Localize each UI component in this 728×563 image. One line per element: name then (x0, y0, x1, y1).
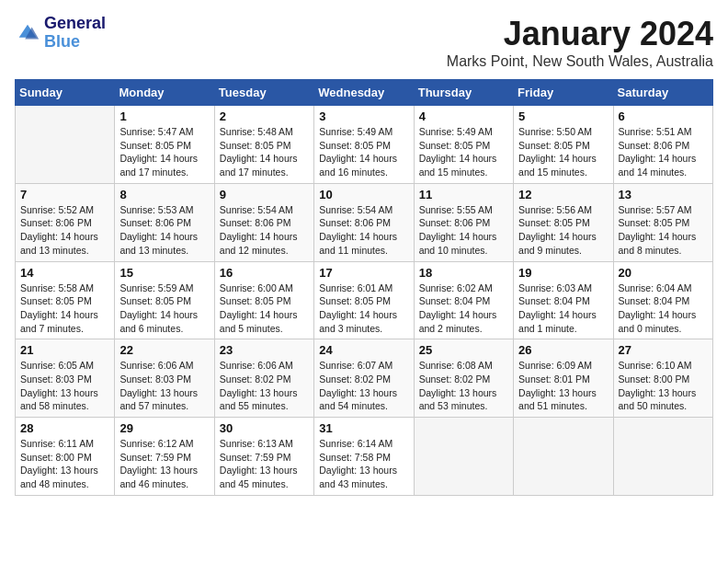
calendar-day-cell: 17Sunrise: 6:01 AM Sunset: 8:05 PM Dayli… (314, 261, 414, 339)
calendar-day-cell: 29Sunrise: 6:12 AM Sunset: 7:59 PM Dayli… (115, 418, 214, 496)
day-info: Sunrise: 5:55 AM Sunset: 8:06 PM Dayligh… (419, 203, 508, 258)
calendar-day-cell: 9Sunrise: 5:54 AM Sunset: 8:06 PM Daylig… (214, 183, 313, 261)
day-info: Sunrise: 6:00 AM Sunset: 8:05 PM Dayligh… (220, 282, 309, 336)
weekday-header-cell: Sunday (16, 80, 115, 106)
calendar-day-cell: 20Sunrise: 6:04 AM Sunset: 8:04 PM Dayli… (613, 261, 712, 339)
calendar-day-cell: 4Sunrise: 5:49 AM Sunset: 8:05 PM Daylig… (414, 106, 513, 184)
day-number: 24 (319, 343, 408, 357)
calendar-week-row: 21Sunrise: 6:05 AM Sunset: 8:03 PM Dayli… (16, 339, 713, 418)
weekday-header-cell: Saturday (613, 80, 712, 106)
day-info: Sunrise: 6:07 AM Sunset: 8:02 PM Dayligh… (319, 359, 408, 413)
calendar-table: SundayMondayTuesdayWednesdayThursdayFrid… (15, 79, 713, 496)
calendar-day-cell: 19Sunrise: 6:03 AM Sunset: 8:04 PM Dayli… (514, 261, 613, 339)
calendar-day-cell: 28Sunrise: 6:11 AM Sunset: 8:00 PM Dayli… (16, 418, 115, 496)
calendar-day-cell: 22Sunrise: 6:06 AM Sunset: 8:03 PM Dayli… (115, 339, 214, 418)
day-number: 8 (119, 188, 209, 201)
day-info: Sunrise: 6:10 AM Sunset: 8:00 PM Dayligh… (619, 359, 708, 413)
day-info: Sunrise: 5:50 AM Sunset: 8:05 PM Dayligh… (518, 125, 608, 179)
calendar-day-cell: 30Sunrise: 6:13 AM Sunset: 7:59 PM Dayli… (214, 418, 313, 496)
day-number: 27 (619, 343, 708, 357)
day-info: Sunrise: 5:56 AM Sunset: 8:05 PM Dayligh… (518, 203, 608, 258)
day-info: Sunrise: 6:02 AM Sunset: 8:04 PM Dayligh… (419, 282, 508, 336)
weekday-header-cell: Wednesday (314, 80, 414, 106)
day-info: Sunrise: 6:08 AM Sunset: 8:02 PM Dayligh… (419, 359, 508, 413)
weekday-header-cell: Friday (514, 80, 613, 106)
day-number: 31 (319, 421, 408, 435)
logo-text: General Blue (44, 15, 106, 52)
calendar-day-cell: 10Sunrise: 5:54 AM Sunset: 8:06 PM Dayli… (314, 183, 414, 261)
day-info: Sunrise: 5:54 AM Sunset: 8:06 PM Dayligh… (319, 203, 408, 258)
calendar-day-cell: 3Sunrise: 5:49 AM Sunset: 8:05 PM Daylig… (314, 106, 414, 184)
day-info: Sunrise: 5:51 AM Sunset: 8:06 PM Dayligh… (619, 125, 708, 179)
day-info: Sunrise: 5:47 AM Sunset: 8:05 PM Dayligh… (119, 125, 209, 179)
calendar-day-cell: 24Sunrise: 6:07 AM Sunset: 8:02 PM Dayli… (314, 339, 414, 418)
calendar-day-cell: 21Sunrise: 6:05 AM Sunset: 8:03 PM Dayli… (16, 339, 115, 418)
weekday-header-cell: Tuesday (214, 80, 313, 106)
day-number: 26 (518, 343, 608, 357)
day-number: 28 (20, 421, 109, 435)
calendar-day-cell: 25Sunrise: 6:08 AM Sunset: 8:02 PM Dayli… (414, 339, 513, 418)
day-info: Sunrise: 6:13 AM Sunset: 7:59 PM Dayligh… (220, 437, 309, 491)
day-info: Sunrise: 5:59 AM Sunset: 8:05 PM Dayligh… (119, 282, 209, 336)
day-number: 20 (619, 266, 708, 280)
day-number: 7 (20, 188, 109, 201)
calendar-week-row: 28Sunrise: 6:11 AM Sunset: 8:00 PM Dayli… (16, 418, 713, 496)
logo-icon (15, 20, 40, 46)
day-number: 5 (518, 109, 608, 123)
calendar-day-cell: 8Sunrise: 5:53 AM Sunset: 8:06 PM Daylig… (115, 183, 214, 261)
day-info: Sunrise: 6:03 AM Sunset: 8:04 PM Dayligh… (518, 282, 608, 336)
day-number: 23 (220, 343, 309, 357)
day-number: 13 (619, 188, 708, 201)
day-info: Sunrise: 6:09 AM Sunset: 8:01 PM Dayligh… (518, 359, 608, 413)
day-info: Sunrise: 5:48 AM Sunset: 8:05 PM Dayligh… (220, 125, 309, 179)
day-number: 3 (319, 109, 408, 123)
day-info: Sunrise: 5:52 AM Sunset: 8:06 PM Dayligh… (20, 203, 109, 258)
calendar-day-cell: 1Sunrise: 5:47 AM Sunset: 8:05 PM Daylig… (115, 106, 214, 184)
day-number: 16 (220, 266, 309, 280)
day-number: 11 (419, 188, 508, 201)
day-number: 10 (319, 188, 408, 201)
day-number: 22 (119, 343, 209, 357)
day-info: Sunrise: 6:11 AM Sunset: 8:00 PM Dayligh… (20, 437, 109, 491)
calendar-week-row: 14Sunrise: 5:58 AM Sunset: 8:05 PM Dayli… (16, 261, 713, 339)
day-info: Sunrise: 6:01 AM Sunset: 8:05 PM Dayligh… (319, 282, 408, 336)
calendar-day-cell: 26Sunrise: 6:09 AM Sunset: 8:01 PM Dayli… (514, 339, 613, 418)
day-number: 18 (419, 266, 508, 280)
day-number: 2 (220, 109, 309, 123)
calendar-day-cell: 2Sunrise: 5:48 AM Sunset: 8:05 PM Daylig… (214, 106, 313, 184)
calendar-day-cell (613, 418, 712, 496)
calendar-day-cell: 11Sunrise: 5:55 AM Sunset: 8:06 PM Dayli… (414, 183, 513, 261)
day-info: Sunrise: 6:06 AM Sunset: 8:02 PM Dayligh… (220, 359, 309, 413)
calendar-week-row: 7Sunrise: 5:52 AM Sunset: 8:06 PM Daylig… (16, 183, 713, 261)
day-number: 21 (20, 343, 109, 357)
day-info: Sunrise: 5:58 AM Sunset: 8:05 PM Dayligh… (20, 282, 109, 336)
day-number: 1 (119, 109, 209, 123)
day-number: 12 (518, 188, 608, 201)
day-number: 15 (119, 266, 209, 280)
day-info: Sunrise: 5:53 AM Sunset: 8:06 PM Dayligh… (119, 203, 209, 258)
day-number: 29 (119, 421, 209, 435)
calendar-day-cell: 23Sunrise: 6:06 AM Sunset: 8:02 PM Dayli… (214, 339, 313, 418)
calendar-week-row: 1Sunrise: 5:47 AM Sunset: 8:05 PM Daylig… (16, 106, 713, 184)
page-header: General Blue January 2024 Marks Point, N… (15, 15, 713, 70)
calendar-day-cell: 6Sunrise: 5:51 AM Sunset: 8:06 PM Daylig… (613, 106, 712, 184)
day-number: 9 (220, 188, 309, 201)
calendar-day-cell (514, 418, 613, 496)
calendar-day-cell (16, 106, 115, 184)
calendar-day-cell: 31Sunrise: 6:14 AM Sunset: 7:58 PM Dayli… (314, 418, 414, 496)
day-info: Sunrise: 5:54 AM Sunset: 8:06 PM Dayligh… (220, 203, 309, 258)
day-number: 17 (319, 266, 408, 280)
day-number: 4 (419, 109, 508, 123)
calendar-day-cell: 15Sunrise: 5:59 AM Sunset: 8:05 PM Dayli… (115, 261, 214, 339)
day-number: 25 (419, 343, 508, 357)
day-info: Sunrise: 5:49 AM Sunset: 8:05 PM Dayligh… (419, 125, 508, 179)
day-number: 6 (619, 109, 708, 123)
day-info: Sunrise: 5:57 AM Sunset: 8:05 PM Dayligh… (619, 203, 708, 258)
calendar-day-cell: 14Sunrise: 5:58 AM Sunset: 8:05 PM Dayli… (16, 261, 115, 339)
day-number: 30 (220, 421, 309, 435)
day-number: 14 (20, 266, 109, 280)
day-info: Sunrise: 6:14 AM Sunset: 7:58 PM Dayligh… (319, 437, 408, 491)
weekday-header-cell: Monday (115, 80, 214, 106)
calendar-title: January 2024 (447, 15, 713, 53)
calendar-day-cell: 16Sunrise: 6:00 AM Sunset: 8:05 PM Dayli… (214, 261, 313, 339)
